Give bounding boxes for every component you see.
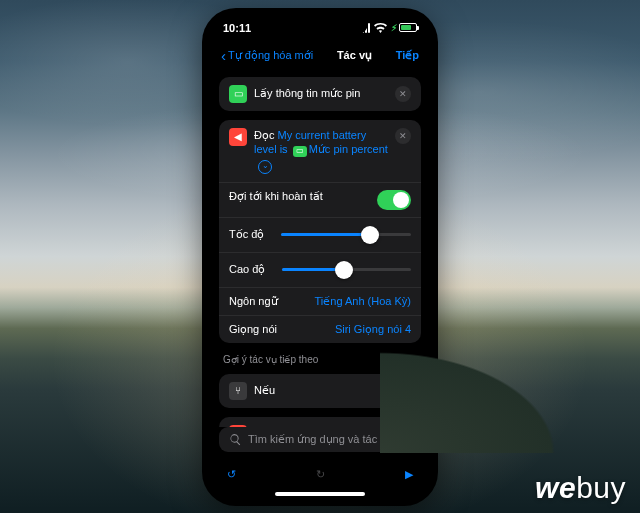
redo-button: ↻	[316, 468, 325, 481]
wait-row: Đợi tới khi hoàn tất	[219, 182, 421, 217]
voice-label: Giọng nói	[229, 323, 277, 336]
variable-token-icon: ▭	[293, 146, 307, 157]
wifi-icon	[374, 23, 387, 33]
language-label: Ngôn ngữ	[229, 295, 278, 308]
remove-action-button[interactable]: ✕	[395, 86, 411, 102]
run-button[interactable]: ▶	[405, 468, 413, 481]
remove-action-button[interactable]: ✕	[395, 128, 411, 144]
page-title: Tác vụ	[337, 49, 372, 62]
suggestion-speak-text[interactable]: ◀︎ Đọc văn bản +	[219, 417, 421, 427]
search-placeholder: Tìm kiếm ứng dụng và tác vụ	[248, 433, 393, 446]
wait-toggle[interactable]	[377, 190, 411, 210]
search-input[interactable]: Tìm kiếm ứng dụng và tác vụ	[219, 427, 421, 452]
action-label: Lấy thông tin mức pin	[254, 87, 388, 100]
nav-bar: ‹ Tự động hóa mới Tác vụ Tiếp	[209, 41, 431, 71]
next-button[interactable]: Tiếp	[396, 49, 419, 62]
clock: 10:11	[223, 22, 251, 34]
battery-tile-icon: ▭	[229, 85, 247, 103]
voice-value: Siri Giọng nói 4	[335, 323, 411, 336]
back-button[interactable]: ‹ Tự động hóa mới	[221, 48, 313, 63]
suggestion-label: Nếu	[254, 384, 395, 397]
language-row[interactable]: Ngôn ngữ Tiếng Anh (Hoa Kỳ)	[219, 287, 421, 315]
action-get-battery[interactable]: ▭ Lấy thông tin mức pin ✕	[219, 77, 421, 111]
back-label: Tự động hóa mới	[228, 49, 313, 62]
speaker-tile-icon: ◀︎	[229, 128, 247, 146]
voice-row[interactable]: Giọng nói Siri Giọng nói 4	[219, 315, 421, 343]
rate-label: Tốc độ	[229, 228, 264, 241]
pitch-row: Cao độ	[219, 252, 421, 287]
chevron-left-icon: ‹	[221, 48, 226, 63]
search-icon	[229, 433, 242, 446]
chevron-down-icon[interactable]: ⌄	[258, 160, 272, 174]
branch-icon: ⑂	[229, 382, 247, 400]
action-speak-header[interactable]: ◀︎ Đọc My current battery level is ▭Mức …	[219, 120, 421, 182]
variable-token[interactable]: Mức pin percent	[309, 143, 388, 155]
rate-slider[interactable]	[281, 225, 411, 245]
wait-label: Đợi tới khi hoàn tất	[229, 190, 323, 203]
pitch-slider[interactable]	[282, 260, 411, 280]
pitch-label: Cao độ	[229, 263, 265, 276]
action-speak: ◀︎ Đọc My current battery level is ▭Mức …	[219, 120, 421, 343]
home-indicator[interactable]	[209, 490, 431, 498]
undo-button[interactable]: ↺	[227, 468, 236, 481]
add-icon[interactable]: +	[402, 425, 411, 427]
battery-icon	[399, 23, 417, 32]
suggestions-heading: Gợi ý tác vụ tiếp theo	[219, 352, 421, 365]
speak-action-name: Đọc	[254, 129, 274, 141]
rate-row: Tốc độ	[219, 217, 421, 252]
add-icon[interactable]: +	[402, 382, 411, 400]
watermark: webuy	[535, 471, 626, 505]
bottom-toolbar: ↺ ↻ ▶	[209, 458, 431, 490]
suggestion-if[interactable]: ⑂ Nếu +	[219, 374, 421, 408]
charging-icon: ⚡︎	[391, 23, 397, 33]
language-value: Tiếng Anh (Hoa Kỳ)	[315, 295, 411, 308]
